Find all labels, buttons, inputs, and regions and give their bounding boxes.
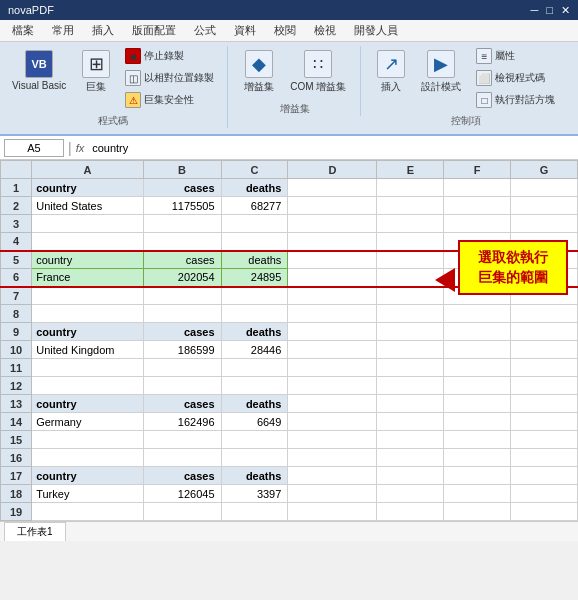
cell-r16-c3[interactable] [221, 449, 288, 467]
cell-r1-c6[interactable] [444, 179, 511, 197]
formula-input[interactable] [88, 142, 574, 154]
cell-r14-c4[interactable] [288, 413, 377, 431]
cell-r18-c5[interactable] [377, 485, 444, 503]
cell-r4-c2[interactable] [143, 233, 221, 251]
close-icon[interactable]: ✕ [561, 4, 570, 17]
cell-r1-c2[interactable]: cases [143, 179, 221, 197]
cell-r19-c2[interactable] [143, 503, 221, 521]
cell-r9-c7[interactable] [511, 323, 578, 341]
cell-r12-c1[interactable] [32, 377, 143, 395]
spreadsheet-area[interactable]: A B C D E F G 1countrycasesdeaths2United… [0, 160, 578, 521]
cell-r6-c1[interactable]: France [32, 269, 143, 287]
properties-button[interactable]: ≡ 屬性 [471, 46, 560, 66]
cell-r10-c7[interactable] [511, 341, 578, 359]
cell-r9-c4[interactable] [288, 323, 377, 341]
maximize-icon[interactable]: □ [546, 4, 553, 17]
stop-record-button[interactable]: ■ 停止錄製 [120, 46, 219, 66]
cell-r9-c3[interactable]: deaths [221, 323, 288, 341]
minimize-icon[interactable]: ─ [531, 4, 539, 17]
cell-r19-c4[interactable] [288, 503, 377, 521]
cell-r11-c1[interactable] [32, 359, 143, 377]
cell-r8-c1[interactable] [32, 305, 143, 323]
cell-r16-c5[interactable] [377, 449, 444, 467]
cell-r11-c2[interactable] [143, 359, 221, 377]
cell-r8-c2[interactable] [143, 305, 221, 323]
cell-r19-c5[interactable] [377, 503, 444, 521]
cell-r5-c2[interactable]: cases [143, 251, 221, 269]
cell-r19-c1[interactable] [32, 503, 143, 521]
cell-r14-c3[interactable]: 6649 [221, 413, 288, 431]
cell-r9-c1[interactable]: country [32, 323, 143, 341]
cell-r14-c2[interactable]: 162496 [143, 413, 221, 431]
cell-r18-c2[interactable]: 126045 [143, 485, 221, 503]
menu-developer[interactable]: 開發人員 [346, 21, 406, 40]
cell-r15-c7[interactable] [511, 431, 578, 449]
cell-r2-c7[interactable] [511, 197, 578, 215]
cell-r8-c3[interactable] [221, 305, 288, 323]
cell-r4-c1[interactable] [32, 233, 143, 251]
cell-r3-c7[interactable] [511, 215, 578, 233]
cell-r19-c3[interactable] [221, 503, 288, 521]
cell-r17-c3[interactable]: deaths [221, 467, 288, 485]
cell-r19-c6[interactable] [444, 503, 511, 521]
cell-r16-c6[interactable] [444, 449, 511, 467]
menu-file[interactable]: 檔案 [4, 21, 42, 40]
cell-r2-c5[interactable] [377, 197, 444, 215]
cell-r6-c5[interactable] [377, 269, 444, 287]
cell-r15-c4[interactable] [288, 431, 377, 449]
cell-r8-c7[interactable] [511, 305, 578, 323]
cell-r12-c5[interactable] [377, 377, 444, 395]
menu-data[interactable]: 資料 [226, 21, 264, 40]
cell-r17-c7[interactable] [511, 467, 578, 485]
cell-r17-c1[interactable]: country [32, 467, 143, 485]
cell-r2-c4[interactable] [288, 197, 377, 215]
menu-review[interactable]: 校閱 [266, 21, 304, 40]
cell-r5-c3[interactable]: deaths [221, 251, 288, 269]
cell-r15-c5[interactable] [377, 431, 444, 449]
cell-r3-c3[interactable] [221, 215, 288, 233]
cell-r2-c1[interactable]: United States [32, 197, 143, 215]
menu-insert[interactable]: 插入 [84, 21, 122, 40]
cell-r13-c5[interactable] [377, 395, 444, 413]
cell-r6-c2[interactable]: 202054 [143, 269, 221, 287]
cell-r10-c2[interactable]: 186599 [143, 341, 221, 359]
macro-security-button[interactable]: ⚠ 巨集安全性 [120, 90, 219, 110]
cell-r8-c6[interactable] [444, 305, 511, 323]
cell-r15-c3[interactable] [221, 431, 288, 449]
cell-r14-c6[interactable] [444, 413, 511, 431]
cell-r18-c4[interactable] [288, 485, 377, 503]
cell-r12-c4[interactable] [288, 377, 377, 395]
cell-r5-c4[interactable] [288, 251, 377, 269]
col-header-b[interactable]: B [143, 161, 221, 179]
cell-r13-c1[interactable]: country [32, 395, 143, 413]
cell-r1-c4[interactable] [288, 179, 377, 197]
cell-r13-c7[interactable] [511, 395, 578, 413]
menu-view[interactable]: 檢視 [306, 21, 344, 40]
cell-r14-c7[interactable] [511, 413, 578, 431]
cell-r10-c5[interactable] [377, 341, 444, 359]
cell-r10-c3[interactable]: 28446 [221, 341, 288, 359]
cell-r17-c5[interactable] [377, 467, 444, 485]
sheet-tab-1[interactable]: 工作表1 [4, 522, 66, 541]
cell-r12-c3[interactable] [221, 377, 288, 395]
cell-r1-c5[interactable] [377, 179, 444, 197]
insert-control-button[interactable]: ↗ 插入 [371, 46, 411, 98]
cell-r18-c1[interactable]: Turkey [32, 485, 143, 503]
cell-r3-c4[interactable] [288, 215, 377, 233]
cell-r16-c7[interactable] [511, 449, 578, 467]
cell-r9-c6[interactable] [444, 323, 511, 341]
cell-r6-c4[interactable] [288, 269, 377, 287]
cell-r7-c2[interactable] [143, 287, 221, 305]
cell-r2-c3[interactable]: 68277 [221, 197, 288, 215]
cell-r9-c5[interactable] [377, 323, 444, 341]
cell-r10-c6[interactable] [444, 341, 511, 359]
cell-r13-c6[interactable] [444, 395, 511, 413]
cell-r5-c1[interactable]: country [32, 251, 143, 269]
cell-r3-c2[interactable] [143, 215, 221, 233]
cell-r11-c6[interactable] [444, 359, 511, 377]
cell-r12-c6[interactable] [444, 377, 511, 395]
col-header-f[interactable]: F [444, 161, 511, 179]
col-header-d[interactable]: D [288, 161, 377, 179]
visual-basic-button[interactable]: VB Visual Basic [6, 46, 72, 95]
col-header-g[interactable]: G [511, 161, 578, 179]
